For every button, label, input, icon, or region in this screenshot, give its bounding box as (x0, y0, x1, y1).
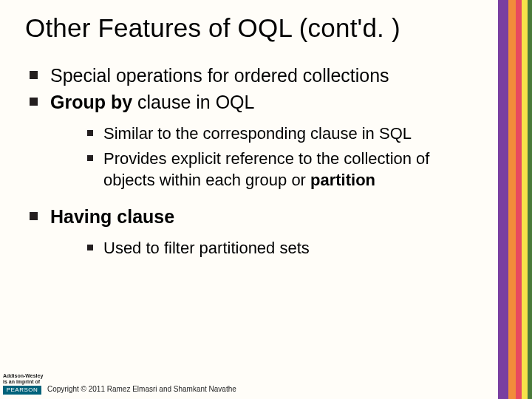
addison-wesley-label: Addison-Wesleyis an imprint of (3, 373, 43, 384)
copyright-text: Copyright © 2011 Ramez Elmasri and Shamk… (47, 385, 236, 393)
bullet-2a: Similar to the corresponding clause in S… (87, 123, 476, 145)
bullet-2b-bold: partition (310, 171, 375, 189)
slide-body: Other Features of OQL (cont'd. ) Special… (0, 0, 498, 399)
sub-list-2: Used to filter partitioned sets (50, 237, 476, 259)
pearson-logo: PEARSON (3, 386, 41, 395)
bullet-list: Special operations for ordered collectio… (0, 64, 498, 259)
bullet-2-rest: clause in OQL (132, 92, 254, 112)
footer: Addison-Wesleyis an imprint of PEARSON C… (0, 377, 532, 399)
stripe-purple (498, 0, 508, 399)
bullet-2: Group by clause in OQL Similar to the co… (30, 90, 476, 191)
bullet-3a: Used to filter partitioned sets (87, 237, 476, 259)
bullet-2-bold: Group by (50, 92, 132, 112)
bullet-3-bold: Having clause (50, 206, 174, 227)
bullet-2b: Provides explicit reference to the colle… (87, 148, 476, 191)
stripe-green (528, 0, 532, 399)
bullet-1: Special operations for ordered collectio… (30, 64, 476, 87)
stripe-red (516, 0, 522, 399)
bullet-3: Having clause Used to filter partitioned… (30, 205, 476, 259)
stripe-yellow (522, 0, 528, 399)
bullet-2b-pre: Provides explicit reference to the colle… (103, 149, 429, 190)
sub-list-1: Similar to the corresponding clause in S… (50, 123, 476, 191)
stripe-orange (508, 0, 516, 399)
slide-title: Other Features of OQL (cont'd. ) (0, 0, 498, 43)
